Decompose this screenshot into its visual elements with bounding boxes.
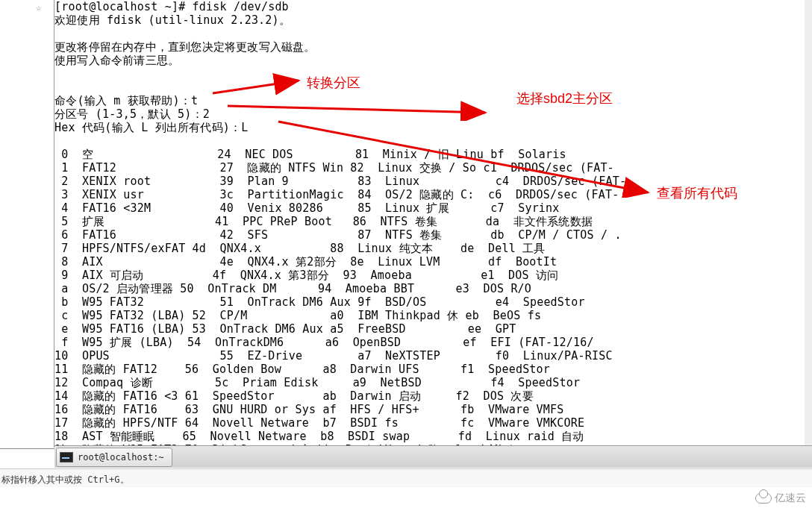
annotation-convert-partition: 转换分区 [307, 74, 360, 92]
terminal-line-prompt: [root@localhost ~]# fdisk /dev/sdb [54, 0, 812, 13]
terminal-line-warn1: 更改将停留在内存中，直到您决定将更改写入磁盘。 [54, 40, 812, 54]
terminal-line-cmd2: 分区号 (1-3,5，默认 5)：2 [54, 107, 812, 121]
bookmark-icon: ☆ [36, 2, 43, 11]
desktop-taskbar: root@localhost:~ [54, 445, 812, 468]
blank-line [54, 67, 812, 81]
annotation-view-all-codes: 查看所有代码 [657, 184, 737, 202]
watermark-text: 亿速云 [775, 492, 806, 505]
taskbar-item-terminal[interactable]: root@localhost:~ [56, 448, 172, 467]
terminal-icon [60, 452, 73, 462]
status-bar: 标指针移入其中或按 Ctrl+G。 [0, 468, 812, 487]
blank-line [54, 27, 812, 40]
taskbar-item-label: root@localhost:~ [78, 452, 164, 462]
cloud-icon [755, 493, 772, 504]
annotation-select-sbd2: 选择sbd2主分区 [516, 90, 613, 107]
terminal-body[interactable]: [root@localhost ~]# fdisk /dev/sdb 欢迎使用 … [54, 0, 812, 448]
blank-line [54, 81, 812, 94]
blank-line [54, 134, 812, 148]
gutter-strip: ☆ [0, 0, 54, 448]
terminal-line-cmd3: Hex 代码(输入 L 列出所有代码)：L [54, 121, 812, 134]
terminal-line-cmd1: 命令(输入 m 获取帮助)：t [54, 94, 812, 107]
status-text: 标指针移入其中或按 Ctrl+G。 [1, 474, 129, 485]
terminal-window: ☆ [root@localhost ~]# fdisk /dev/sdb 欢迎使… [0, 0, 812, 449]
terminal-line-warn2: 使用写入命令前请三思。 [54, 54, 812, 67]
vertical-scrollbar[interactable] [805, 0, 812, 448]
watermark: 亿速云 [755, 492, 806, 505]
terminal-line-welcome: 欢迎使用 fdisk (util-linux 2.23.2)。 [54, 13, 812, 27]
